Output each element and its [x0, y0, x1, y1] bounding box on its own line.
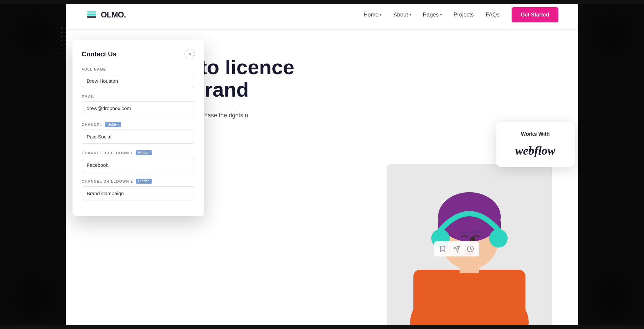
svg-rect-1	[87, 11, 96, 13]
corner-shadow-tl	[0, 0, 66, 66]
email-input[interactable]	[82, 101, 195, 115]
svg-rect-5	[413, 270, 525, 329]
nav-projects[interactable]: Projects	[454, 12, 474, 18]
channel-label: CHANNEL Hidden	[82, 122, 195, 127]
logo-icon	[86, 9, 98, 21]
webflow-logo: webflow	[504, 144, 567, 158]
svg-rect-2	[87, 16, 96, 18]
channel-drilldown1-label: CHANNEL DRILLDOWN 1 Hidden	[82, 150, 195, 155]
channel-hidden-badge: Hidden	[105, 122, 121, 127]
clock-icon	[467, 245, 474, 253]
nav-faqs[interactable]: FAQs	[486, 12, 500, 18]
nav-pages[interactable]: Pages ▾	[423, 12, 442, 18]
modal-title: Contact Us	[82, 50, 117, 58]
modal-header: Contact Us ×	[82, 49, 195, 59]
channel-drilldown1-hidden-badge: Hidden	[136, 150, 152, 155]
send-icon	[453, 245, 460, 253]
get-started-button[interactable]: Get Started	[512, 7, 558, 22]
corner-shadow-bl	[0, 263, 66, 329]
logo-area: OLMO.	[86, 9, 126, 21]
channel-drilldown1-input[interactable]	[82, 158, 195, 172]
navbar: OLMO. Home ▾ About ▾ Pages ▾ Projects FA…	[66, 0, 578, 30]
form-group-channel: CHANNEL Hidden	[82, 122, 195, 144]
nav-home[interactable]: Home ▾	[364, 12, 381, 18]
frame-bottom	[0, 325, 644, 329]
form-group-fullname: FULL NAME	[82, 67, 195, 88]
hero-toolbar	[434, 241, 479, 256]
bookmark-icon	[439, 245, 446, 253]
contact-modal: Contact Us × FULL NAME EMAIL CHANNEL Hid…	[72, 40, 204, 216]
form-group-channel-drilldown1: CHANNEL DRILLDOWN 1 Hidden	[82, 150, 195, 172]
frame-top	[0, 0, 644, 4]
about-caret: ▾	[409, 13, 411, 16]
contact-modal-overlay: Contact Us × FULL NAME EMAIL CHANNEL Hid…	[72, 40, 204, 216]
nav-about[interactable]: About ▾	[393, 12, 411, 18]
email-label: EMAIL	[82, 95, 195, 99]
channel-drilldown2-input[interactable]	[82, 186, 195, 200]
form-group-email: EMAIL	[82, 95, 195, 115]
form-group-channel-drilldown2: CHANNEL DRILLDOWN 2 Hidden	[82, 179, 195, 200]
side-panel-right	[578, 0, 644, 329]
channel-drilldown2-label: CHANNEL DRILLDOWN 2 Hidden	[82, 179, 195, 184]
channel-drilldown2-hidden-badge: Hidden	[136, 179, 152, 184]
side-panel-left	[0, 0, 66, 329]
corner-shadow-tr	[578, 0, 644, 66]
home-caret: ▾	[380, 13, 381, 16]
fullname-label: FULL NAME	[82, 67, 195, 71]
channel-input[interactable]	[82, 130, 195, 144]
webflow-card: Works With webflow	[496, 122, 575, 167]
nav-links: Home ▾ About ▾ Pages ▾ Projects FAQs Get…	[364, 7, 558, 22]
fullname-input[interactable]	[82, 74, 195, 88]
works-with-title: Works With	[504, 131, 567, 137]
modal-close-button[interactable]: ×	[184, 49, 195, 59]
svg-rect-0	[87, 14, 96, 15]
corner-shadow-br	[578, 263, 644, 329]
logo-text: OLMO.	[101, 10, 126, 19]
pages-caret: ▾	[440, 13, 442, 16]
